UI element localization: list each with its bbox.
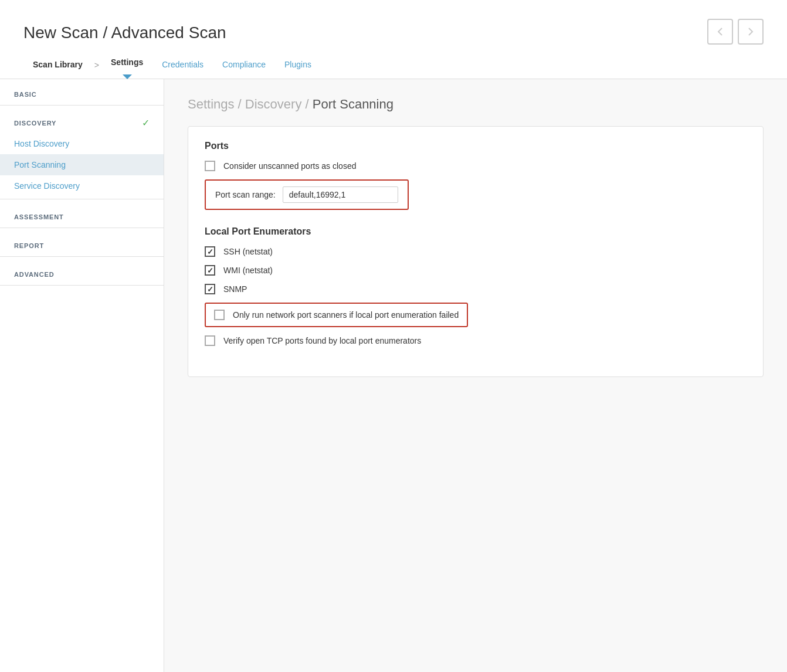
breadcrumb-settings: Settings: [188, 97, 235, 111]
only-run-network-container: Only run network port scanners if local …: [205, 303, 468, 327]
breadcrumb-sep2: /: [301, 97, 312, 111]
prev-icon[interactable]: [707, 19, 733, 45]
port-scan-range-label: Port scan range:: [215, 190, 276, 199]
breadcrumb: Settings / Discovery / Port Scanning: [188, 97, 764, 112]
consider-unscanned-row: Consider unscanned ports as closed: [205, 161, 747, 171]
nav-separator: >: [92, 55, 101, 76]
main-content: Settings / Discovery / Port Scanning Por…: [164, 79, 787, 672]
port-scan-range-container: Port scan range:: [205, 179, 409, 210]
nav-credentials[interactable]: Credentials: [152, 54, 213, 77]
wmi-netstat-checkbox[interactable]: ✓: [205, 265, 215, 276]
breadcrumb-discovery: Discovery: [245, 97, 302, 111]
sidebar-basic-header: BASIC: [0, 79, 164, 103]
sidebar-discovery-header: DISCOVERY: [14, 120, 56, 127]
verify-open-tcp-checkbox[interactable]: [205, 335, 215, 346]
ssh-netstat-checkbox[interactable]: ✓: [205, 246, 215, 257]
snmp-checkbox[interactable]: ✓: [205, 284, 215, 294]
main-nav: Scan Library > Settings Credentials Comp…: [23, 52, 764, 79]
port-scan-range-input[interactable]: [283, 186, 398, 203]
verify-open-tcp-row: Verify open TCP ports found by local por…: [205, 335, 747, 346]
nav-scan-library[interactable]: Scan Library: [23, 54, 92, 77]
sidebar-item-port-scanning[interactable]: Port Scanning: [0, 154, 164, 175]
verify-open-tcp-label: Verify open TCP ports found by local por…: [223, 336, 421, 345]
breadcrumb-sep1: /: [235, 97, 245, 111]
discovery-expand-icon[interactable]: ✓: [142, 117, 150, 128]
wmi-netstat-row: ✓ WMI (netstat): [205, 265, 747, 276]
next-icon[interactable]: [738, 19, 764, 45]
sidebar-advanced-header: ADVANCED: [0, 259, 164, 283]
nav-plugins[interactable]: Plugins: [275, 54, 321, 77]
nav-settings[interactable]: Settings: [101, 52, 152, 74]
consider-unscanned-checkbox[interactable]: [205, 161, 215, 171]
sidebar-report-header: REPORT: [0, 230, 164, 254]
only-run-network-label: Only run network port scanners if local …: [233, 310, 459, 320]
page-title: New Scan / Advanced Scan: [23, 12, 226, 52]
only-run-network-checkbox[interactable]: [214, 310, 225, 320]
snmp-row: ✓ SNMP: [205, 284, 747, 294]
sidebar-assessment-header: ASSESSMENT: [0, 202, 164, 225]
nav-compliance[interactable]: Compliance: [213, 54, 275, 77]
settings-active-indicator: [123, 74, 132, 79]
ssh-netstat-label: SSH (netstat): [223, 247, 273, 256]
sidebar-item-host-discovery[interactable]: Host Discovery: [0, 133, 164, 154]
breadcrumb-port-scanning: Port Scanning: [313, 97, 394, 111]
sidebar-item-service-discovery[interactable]: Service Discovery: [0, 175, 164, 196]
ssh-netstat-row: ✓ SSH (netstat): [205, 246, 747, 257]
ports-section-title: Ports: [205, 141, 747, 151]
consider-unscanned-label: Consider unscanned ports as closed: [223, 161, 356, 171]
sidebar: BASIC DISCOVERY ✓ Host Discovery Port Sc…: [0, 79, 164, 672]
wmi-netstat-label: WMI (netstat): [223, 266, 273, 275]
snmp-label: SNMP: [223, 284, 247, 294]
local-port-section-title: Local Port Enumerators: [205, 226, 747, 237]
page-title-text: New Scan / Advanced Scan: [23, 23, 226, 42]
